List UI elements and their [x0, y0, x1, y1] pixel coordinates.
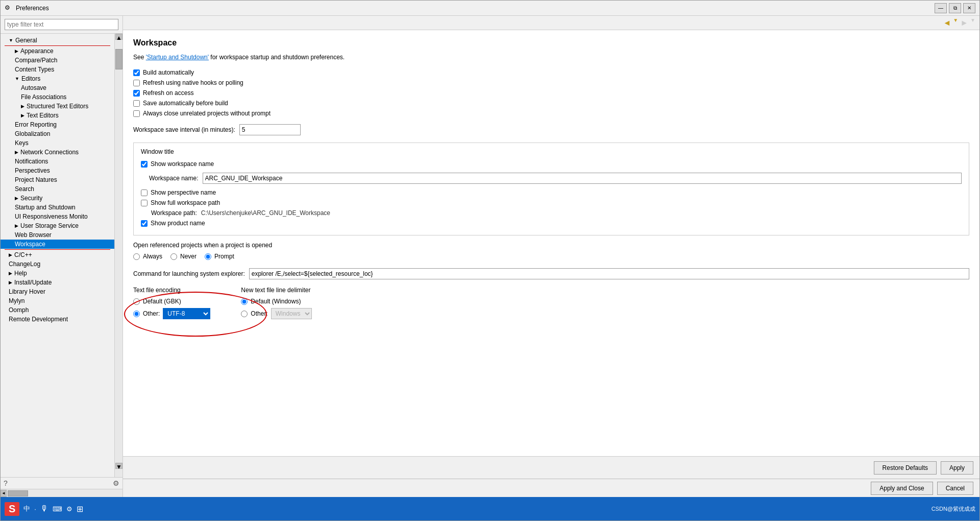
sidebar-item-web-browser[interactable]: Web Browser	[1, 230, 114, 240]
sidebar-item-search[interactable]: Search	[1, 184, 114, 194]
taskbar-text-cn: 中	[23, 504, 30, 513]
expand-icon: ▼	[9, 38, 13, 43]
sidebar-item-project-natures[interactable]: Project Natures	[1, 175, 114, 184]
line-delimiter-title: New text file line delimiter	[241, 287, 311, 294]
cancel-button[interactable]: Cancel	[937, 482, 973, 495]
sidebar-item-label: Oomph	[9, 306, 29, 314]
encoding-default-radio[interactable]	[133, 298, 140, 305]
sidebar-item-keys[interactable]: Keys	[1, 138, 114, 148]
sidebar-item-mylyn[interactable]: Mylyn	[1, 296, 114, 305]
sidebar-item-label: UI Responsiveness Monito	[15, 213, 88, 220]
sidebar-item-workspace[interactable]: Workspace	[1, 240, 114, 249]
sidebar-item-changelog[interactable]: ChangeLog	[1, 259, 114, 269]
refresh-native-checkbox[interactable]	[133, 80, 140, 86]
sidebar-item-oomph[interactable]: Oomph	[1, 305, 114, 315]
preferences-icon[interactable]: ⚙	[113, 479, 119, 487]
sidebar-item-appearance[interactable]: ▶ Appearance	[1, 46, 114, 56]
expand-icon: ▶	[9, 252, 12, 257]
tree-scrollbar[interactable]: ▲ ▼	[114, 34, 122, 477]
restore-defaults-button[interactable]: Restore Defaults	[874, 461, 937, 475]
scroll-up-arrow[interactable]: ▲	[115, 34, 122, 40]
expand-icon: ▶	[21, 113, 24, 118]
apply-button[interactable]: Apply	[941, 461, 973, 475]
workspace-content: Workspace See 'Startup and Shutdown' for…	[123, 30, 979, 456]
title-bar: ⚙ Preferences — ⧉ ✕	[1, 1, 979, 16]
build-auto-checkbox[interactable]	[133, 69, 140, 76]
sidebar-item-file-associations[interactable]: File Associations	[1, 92, 114, 102]
sidebar-item-content-types[interactable]: Content Types	[1, 65, 114, 74]
apply-and-close-button[interactable]: Apply and Close	[871, 482, 933, 495]
sidebar-item-autosave[interactable]: Autosave	[1, 83, 114, 92]
sidebar-item-help[interactable]: ▶ Help	[1, 269, 114, 278]
delimiter-other-radio[interactable]	[241, 311, 248, 317]
horiz-thumb[interactable]	[8, 490, 28, 496]
show-full-path-row: Show full workspace path	[141, 199, 962, 206]
refresh-access-label: Refresh on access	[143, 89, 193, 97]
encoding-default-row: Default (GBK)	[133, 298, 210, 305]
sidebar-item-error-reporting[interactable]: Error Reporting	[1, 120, 114, 129]
show-full-path-checkbox[interactable]	[141, 200, 148, 206]
close-unrelated-checkbox[interactable]	[133, 110, 140, 117]
sidebar-item-library-hover[interactable]: Library Hover	[1, 287, 114, 296]
maximize-button[interactable]: ⧉	[949, 3, 961, 13]
never-radio[interactable]	[170, 253, 177, 260]
always-radio[interactable]	[133, 253, 140, 260]
delimiter-default-radio[interactable]	[241, 298, 248, 305]
startup-shutdown-link[interactable]: 'Startup and Shutdown'	[146, 54, 209, 61]
sidebar-item-startup-shutdown[interactable]: Startup and Shutdown	[1, 203, 114, 212]
sidebar-item-perspectives[interactable]: Perspectives	[1, 166, 114, 175]
sidebar-item-label: Compare/Patch	[15, 57, 57, 64]
show-product-name-checkbox[interactable]	[141, 220, 148, 227]
show-perspective-checkbox[interactable]	[141, 190, 148, 196]
sidebar-item-label: Structured Text Editors	[27, 103, 88, 110]
sidebar-item-cpp[interactable]: ▶ C/C++	[1, 250, 114, 259]
taskbar-apps-icon: ⊞	[77, 504, 83, 514]
close-unrelated-label: Always close unrelated projects without …	[143, 110, 271, 117]
nav-dropdown-arrow[interactable]: ▼	[953, 17, 958, 29]
sidebar-item-structured-text-editors[interactable]: ▶ Structured Text Editors	[1, 102, 114, 111]
open-projects-options: Always Never Prompt	[133, 253, 969, 263]
command-input[interactable]	[249, 268, 969, 279]
delimiter-select[interactable]: Windows Unix	[271, 308, 312, 319]
sidebar-item-install-update[interactable]: ▶ Install/Update	[1, 278, 114, 287]
scroll-down-arrow[interactable]: ▼	[115, 463, 122, 469]
encoding-select[interactable]: UTF-8 GBK ISO-8859-1	[163, 308, 210, 319]
horiz-scrollbar[interactable]: ◄	[1, 489, 122, 497]
sidebar-item-user-storage[interactable]: ▶ User Storage Service	[1, 221, 114, 230]
expand-icon: ▶	[21, 104, 24, 109]
prompt-radio[interactable]	[205, 253, 211, 260]
sidebar-item-security[interactable]: ▶ Security	[1, 194, 114, 203]
show-workspace-name-checkbox[interactable]	[141, 161, 148, 168]
expand-icon: ▶	[15, 196, 18, 201]
sidebar-item-notifications[interactable]: Notifications	[1, 157, 114, 166]
search-input[interactable]	[5, 19, 118, 30]
close-button[interactable]: ✕	[963, 3, 975, 13]
sidebar-item-ui-responsiveness[interactable]: UI Responsiveness Monito	[1, 212, 114, 221]
sidebar-item-compare-patch[interactable]: Compare/Patch	[1, 56, 114, 65]
sidebar-item-globalization[interactable]: Globalization	[1, 129, 114, 138]
sidebar-item-network-connections[interactable]: ▶ Network Connections	[1, 148, 114, 157]
scroll-thumb[interactable]	[115, 49, 122, 69]
nav-back-arrow[interactable]: ◄	[942, 17, 952, 29]
workspace-name-input[interactable]	[203, 173, 962, 184]
nav-fwd-dropdown-arrow[interactable]: ▼	[970, 17, 975, 29]
save-auto-checkbox[interactable]	[133, 100, 140, 107]
sidebar-item-label: General	[15, 37, 37, 44]
save-interval-input[interactable]	[239, 124, 301, 135]
encoding-other-radio[interactable]	[133, 311, 140, 317]
sidebar-item-label: Mylyn	[9, 297, 24, 304]
sidebar-item-text-editors[interactable]: ▶ Text Editors	[1, 111, 114, 120]
sidebar-item-editors[interactable]: ▼ Editors	[1, 74, 114, 83]
workspace-path-row: Workspace path: C:\Users\chenjuke\ARC_GN…	[141, 209, 962, 217]
sidebar-item-remote-development[interactable]: Remote Development	[1, 315, 114, 324]
scroll-left-arrow[interactable]: ◄	[1, 490, 7, 497]
command-label: Command for launching system explorer:	[133, 270, 245, 277]
sidebar-item-general[interactable]: ▼ General	[1, 36, 114, 45]
minimize-button[interactable]: —	[935, 3, 947, 13]
encoding-section: Text file encoding Default (GBK) Other:	[133, 287, 969, 322]
help-icon[interactable]: ?	[4, 479, 8, 487]
nav-forward-arrow[interactable]: ►	[959, 17, 969, 29]
refresh-access-checkbox[interactable]	[133, 90, 140, 97]
workspace-path-label: Workspace path:	[151, 209, 197, 217]
prompt-radio-row: Prompt	[205, 253, 234, 260]
